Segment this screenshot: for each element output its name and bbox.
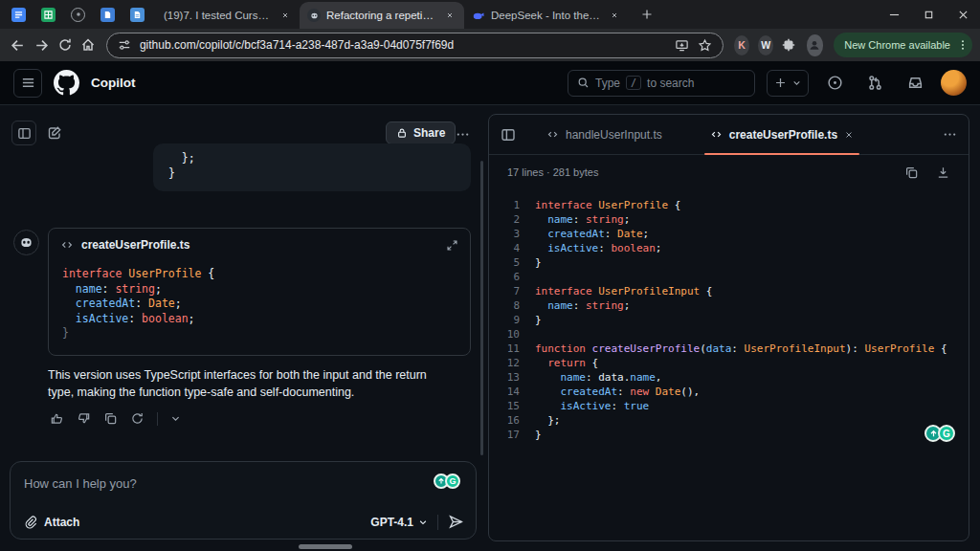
search-icon xyxy=(577,77,590,89)
tab-close-icon[interactable] xyxy=(278,9,292,23)
chat-input-box[interactable]: How can I help you? G Attach GPT-4.1 xyxy=(10,461,477,540)
close-button[interactable] xyxy=(946,0,980,29)
viewer-tab-label: createUserProfile.ts xyxy=(729,128,837,142)
github-logo-icon[interactable] xyxy=(54,70,79,96)
code-card-filename: createUserProfile.ts xyxy=(81,238,438,252)
retry-icon[interactable] xyxy=(130,411,145,426)
forward-icon[interactable] xyxy=(31,32,51,58)
horizontal-scrollbar-thumb[interactable] xyxy=(299,544,352,549)
browser-menu-kebab-icon[interactable] xyxy=(957,39,969,51)
code-icon xyxy=(710,128,723,141)
viewer-tab-handleuserinput[interactable]: handleUserInput.ts xyxy=(537,115,672,155)
chat-options-kebab-icon[interactable] xyxy=(450,122,475,145)
share-button[interactable]: Share xyxy=(386,121,456,144)
grammarly-g-icon[interactable]: G xyxy=(445,474,460,489)
browser-navbar: github.com/copilot/c/bcf3a714-a238-487d-… xyxy=(0,29,980,61)
tab-close-icon[interactable] xyxy=(607,9,621,23)
new-conversation-icon[interactable] xyxy=(42,121,67,145)
minimize-button[interactable] xyxy=(877,0,911,29)
grammarly-widget[interactable]: G xyxy=(924,425,955,442)
download-icon[interactable] xyxy=(936,165,950,180)
address-bar[interactable]: github.com/copilot/c/bcf3a714-a238-487d-… xyxy=(106,33,724,58)
grammarly-g-icon[interactable]: G xyxy=(938,425,955,442)
code-icon xyxy=(60,238,74,252)
pinned-tab-3-icon[interactable] xyxy=(71,8,85,22)
thumbs-up-icon[interactable] xyxy=(50,411,64,426)
code-snippet-card: createUserProfile.ts interface UserProfi… xyxy=(48,228,471,356)
reload-icon[interactable] xyxy=(55,32,75,58)
message-actions xyxy=(50,411,181,426)
tab-youtube[interactable]: (19)7. I tested Cursor vs Copilot xyxy=(156,2,300,29)
copilot-favicon xyxy=(307,9,321,22)
tab-close-icon[interactable] xyxy=(442,9,457,23)
viewer-tab-createuserprofile[interactable]: createUserProfile.ts xyxy=(701,115,863,155)
assistant-message: This version uses TypeScript interfaces … xyxy=(48,367,448,401)
page-title: Copilot xyxy=(91,76,136,90)
pinned-tab-2-icon[interactable] xyxy=(41,8,56,22)
copy-icon[interactable] xyxy=(103,411,118,426)
pull-requests-icon[interactable] xyxy=(860,69,889,98)
share-label: Share xyxy=(413,126,445,140)
chrome-profile-avatar[interactable] xyxy=(807,34,824,56)
previous-code-block: };} xyxy=(153,143,471,191)
back-icon[interactable] xyxy=(8,32,28,58)
plus-icon xyxy=(774,77,787,89)
hamburger-menu-icon[interactable] xyxy=(13,69,42,98)
thumbs-down-icon[interactable] xyxy=(77,411,91,426)
copy-file-icon[interactable] xyxy=(904,165,919,180)
code-icon xyxy=(546,128,559,141)
github-user-avatar[interactable] xyxy=(941,70,967,96)
collapse-panel-icon[interactable] xyxy=(501,127,516,143)
create-new-button[interactable] xyxy=(767,70,809,97)
pinned-tab-1-icon[interactable] xyxy=(11,8,26,22)
code-card-header: createUserProfile.ts xyxy=(49,229,470,261)
more-actions-chevron-icon[interactable] xyxy=(170,413,181,424)
tab-copilot-active[interactable]: Refactoring a repetitive function xyxy=(300,2,464,29)
tab-title: Refactoring a repetitive function xyxy=(326,10,436,21)
extension-badge-k[interactable]: K xyxy=(734,35,749,55)
search-input[interactable]: Type / to search xyxy=(568,70,755,97)
new-tab-button[interactable] xyxy=(635,2,659,27)
lock-icon xyxy=(396,127,408,139)
file-code-view[interactable]: 1interface UserProfile {2 name: string;3… xyxy=(489,189,969,442)
copilot-avatar-icon xyxy=(13,230,39,255)
expand-icon[interactable] xyxy=(446,239,458,252)
install-icon[interactable] xyxy=(675,38,689,53)
viewer-tab-label: handleUserInput.ts xyxy=(566,128,662,142)
extensions-puzzle-icon[interactable] xyxy=(779,32,799,58)
viewer-tab-bar: handleUserInput.ts createUserProfile.ts xyxy=(489,115,969,155)
tab-deepseek[interactable]: DeepSeek - Into the Unknown xyxy=(464,2,629,29)
chat-input-footer: Attach GPT-4.1 xyxy=(24,514,464,530)
site-settings-icon[interactable] xyxy=(118,38,131,52)
browser-titlebar: (19)7. I tested Cursor vs Copilot Refact… xyxy=(0,0,980,29)
toggle-sidebar-icon[interactable] xyxy=(11,121,36,145)
send-icon[interactable] xyxy=(448,514,464,530)
issues-icon[interactable] xyxy=(820,69,849,98)
file-meta: 17 lines · 281 bytes xyxy=(507,166,887,178)
file-viewer-pane: handleUserInput.ts createUserProfile.ts … xyxy=(488,114,969,541)
home-icon[interactable] xyxy=(78,32,98,58)
extension-badge-w[interactable]: W xyxy=(758,35,773,55)
window-controls xyxy=(877,0,980,29)
chevron-down-icon xyxy=(792,78,801,87)
grammarly-widget[interactable]: G xyxy=(434,474,460,489)
chrome-update-button[interactable]: New Chrome available xyxy=(834,33,972,57)
tab-strip: (19)7. I tested Cursor vs Copilot Refact… xyxy=(156,0,659,29)
chrome-update-label: New Chrome available xyxy=(844,39,950,51)
url-text[interactable]: github.com/copilot/c/bcf3a714-a238-487d-… xyxy=(140,38,666,52)
chat-scrollbar[interactable] xyxy=(480,161,483,455)
code-card-body[interactable]: interface UserProfile { name: string; cr… xyxy=(49,261,470,342)
attach-button[interactable]: Attach xyxy=(24,516,79,529)
pinned-tab-4-icon[interactable] xyxy=(100,8,115,22)
inbox-icon[interactable] xyxy=(901,69,929,98)
bookmark-star-icon[interactable] xyxy=(698,38,712,53)
paperclip-icon xyxy=(24,516,37,529)
pinned-tabs xyxy=(0,0,156,29)
model-selector[interactable]: GPT-4.1 xyxy=(370,516,428,529)
pinned-tab-5-icon[interactable] xyxy=(130,8,145,22)
close-tab-icon[interactable] xyxy=(844,130,854,140)
maximize-button[interactable] xyxy=(911,0,946,29)
copilot-chat-pane: Share };} createUserProfile.ts interface… xyxy=(0,105,484,551)
viewer-options-kebab-icon[interactable] xyxy=(943,127,957,142)
attach-label: Attach xyxy=(44,516,79,529)
